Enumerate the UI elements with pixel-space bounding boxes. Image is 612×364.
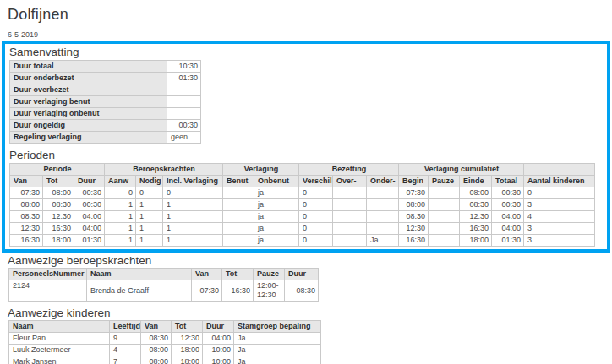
table-cell: 0 — [136, 187, 163, 199]
table-cell: 1 — [163, 235, 223, 247]
table-cell: 1 — [163, 199, 223, 211]
row-value — [167, 84, 201, 96]
table-cell: 18:00 — [460, 235, 492, 247]
table-cell: 12:30 — [172, 333, 203, 345]
table-cell: 1 — [136, 211, 163, 223]
table-cell — [429, 235, 460, 247]
table-cell — [223, 187, 254, 199]
table-cell: 0 — [163, 187, 223, 199]
column-header: Aantal kinderen — [524, 176, 595, 187]
table-cell: 08:30 — [399, 211, 429, 223]
column-header: Aanw — [105, 176, 136, 187]
row-label: Duur overbezet — [10, 84, 167, 96]
table-cell: 04:00 — [492, 223, 524, 235]
table-cell: 1 — [136, 199, 163, 211]
page-title: Dolfijnen — [0, 0, 612, 24]
table-cell: 00:30 — [74, 187, 105, 199]
column-group-header: Verlaging cumulatief — [399, 164, 524, 176]
table-cell — [223, 223, 254, 235]
table-row: Fleur Pan908:3012:3004:00Ja — [9, 333, 321, 345]
column-header: Over- — [333, 176, 367, 187]
table-cell: 00:30 — [492, 187, 524, 199]
column-header: Duur — [285, 269, 319, 280]
row-value: 00:30 — [167, 120, 201, 132]
table-cell: ja — [254, 187, 299, 199]
column-header: Verschil — [299, 176, 333, 187]
table-row: 2124Brenda de Graaff07:3016:3012:00- 12:… — [9, 280, 319, 302]
table-cell: Ja — [234, 333, 321, 345]
column-header: Leeftijd — [110, 321, 141, 333]
table-cell: 01:30 — [492, 235, 524, 247]
section-heading-beroepskrachten: Aanwezige beroepskrachten — [8, 254, 612, 267]
table-cell: 18:00 — [172, 345, 203, 356]
table-cell — [223, 211, 254, 223]
column-header: Duur — [74, 176, 105, 187]
table-cell: Ja — [367, 235, 399, 247]
table-cell: 08:00 — [399, 199, 429, 211]
row-value: geen — [167, 132, 201, 144]
column-header: Pauze — [429, 176, 460, 187]
table-cell: 16:30 — [43, 223, 74, 235]
table-cell: 08:30 — [285, 280, 319, 302]
table-cell: Mark Jansen — [9, 356, 110, 364]
column-group-header: Verlaging — [223, 164, 299, 176]
table-cell: 1 — [136, 223, 163, 235]
report-date: 6-5-2019 — [0, 24, 612, 41]
table-cell — [333, 199, 367, 211]
table-cell: 0 — [299, 211, 333, 223]
column-group-header — [524, 164, 595, 176]
table-cell: 08:30 — [43, 199, 74, 211]
table-cell: ja — [254, 199, 299, 211]
table-row: 12:3016:3004:00111ja012:3016:3004:003 — [10, 223, 595, 235]
row-label: Duur ongeldig — [10, 120, 167, 132]
table-cell: 1 — [105, 199, 136, 211]
column-header: Nodig — [136, 176, 163, 187]
table-cell: 7 — [110, 356, 141, 364]
table-cell: 1 — [163, 223, 223, 235]
column-group-header: Periode — [10, 164, 105, 176]
table-row: Duur ongeldig00:30 — [10, 120, 201, 132]
table-cell — [333, 235, 367, 247]
table-cell: 00:30 — [74, 199, 105, 211]
column-header: Tot — [222, 269, 254, 280]
table-cell: 18:00 — [43, 235, 74, 247]
table-cell: 0 — [299, 223, 333, 235]
table-cell — [367, 223, 399, 235]
table-cell: 04:00 — [74, 211, 105, 223]
column-header: Van — [10, 176, 43, 187]
column-header: Totaal — [492, 176, 524, 187]
table-cell: 01:30 — [74, 235, 105, 247]
children-table: NaamLeeftijdVanTotDuurStamgroep bepaling… — [8, 320, 321, 364]
table-cell: 3 — [524, 199, 595, 211]
column-header: Onbenut — [254, 176, 299, 187]
column-header: Benut — [223, 176, 254, 187]
table-cell: 08:00 — [460, 187, 492, 199]
table-row: Luuk Zoetermeer408:0018:0010:00Ja — [9, 345, 321, 356]
table-cell: 1 — [105, 211, 136, 223]
highlight-annotation-box: Samenvatting Duur totaal10:30Duur onderb… — [2, 41, 610, 253]
table-cell: 08:30 — [460, 199, 492, 211]
table-row: 07:3008:0000:30000ja007:3008:0000:300 — [10, 187, 595, 199]
column-group-header: Bezetting — [299, 164, 399, 176]
table-row: Duur verlaging benut — [10, 96, 201, 108]
table-cell — [367, 199, 399, 211]
table-cell: 16:30 — [399, 235, 429, 247]
table-cell: 12:30 — [460, 211, 492, 223]
table-cell — [429, 211, 460, 223]
table-cell: 0 — [299, 235, 333, 247]
column-header: PersoneelsNummer — [9, 269, 87, 280]
column-header: Stamgroep bepaling — [234, 321, 321, 333]
table-cell: 9 — [110, 333, 141, 345]
column-header-row: PersoneelsNummerNaamVanTotPauzeDuur — [9, 269, 319, 280]
row-value — [167, 108, 201, 120]
table-cell: 12:30 — [10, 223, 43, 235]
column-header-row: NaamLeeftijdVanTotDuurStamgroep bepaling — [9, 321, 321, 333]
table-cell — [429, 223, 460, 235]
table-row: Duur totaal10:30 — [10, 61, 201, 73]
table-cell: 1 — [136, 235, 163, 247]
table-row: Duur onderbezet01:30 — [10, 73, 201, 84]
table-cell: 0 — [299, 199, 333, 211]
section-heading-perioden: Perioden — [9, 149, 602, 161]
table-cell: 07:30 — [399, 187, 429, 199]
column-header: Incl. Verlaging — [163, 176, 223, 187]
